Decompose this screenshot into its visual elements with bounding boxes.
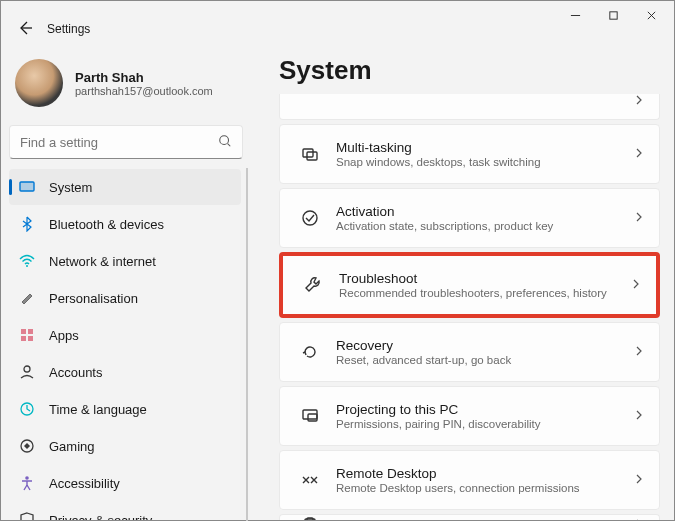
sidebar-item-label: Gaming [49,439,95,454]
card-clipboard[interactable]: Clipboard [279,514,660,520]
sidebar-item-label: Accessibility [49,476,120,491]
chevron-right-icon [633,147,645,162]
remote-icon [294,470,326,490]
wifi-icon [19,253,35,269]
svg-point-5 [220,135,229,144]
apps-icon [19,327,35,343]
sidebar: Parth Shah parthshah157@outlook.com Syst… [1,45,251,520]
chevron-right-icon [630,278,642,293]
back-button[interactable] [17,20,33,39]
sidebar-item-network[interactable]: Network & internet [9,243,241,279]
chevron-right-icon [633,518,645,520]
profile-email: parthshah157@outlook.com [75,85,213,97]
paint-icon [19,290,35,306]
search-input[interactable] [20,135,218,150]
card-title: Troubleshoot [339,271,630,286]
card-troubleshoot[interactable]: Troubleshoot Recommended troubleshooters… [279,252,660,318]
sidebar-item-label: Network & internet [49,254,156,269]
sidebar-item-accessibility[interactable]: Accessibility [9,465,241,501]
card-subtitle: Activation state, subscriptions, product… [336,220,633,232]
sidebar-item-label: Bluetooth & devices [49,217,164,232]
sidebar-scrollbar[interactable] [246,168,248,520]
sidebar-item-accounts[interactable]: Accounts [9,354,241,390]
card-projecting[interactable]: Projecting to this PC Permissions, pairi… [279,386,660,446]
svg-point-9 [26,265,28,267]
card-text: Activation Activation state, subscriptio… [326,204,633,232]
svg-rect-19 [303,149,313,157]
svg-rect-11 [28,329,33,334]
svg-rect-23 [308,414,317,421]
card-nearby-sharing[interactable]: Discoverability, received files location [279,94,660,120]
card-activation[interactable]: Activation Activation state, subscriptio… [279,188,660,248]
card-subtitle: Permissions, pairing PIN, discoverabilit… [336,418,633,430]
card-multitasking[interactable]: Multi-tasking Snap windows, desktops, ta… [279,124,660,184]
card-subtitle: Reset, advanced start-up, go back [336,354,633,366]
main: System Discoverability, received files l… [251,45,674,520]
card-subtitle: Recommended troubleshooters, preferences… [339,287,630,299]
svg-point-21 [303,211,317,225]
sidebar-item-label: Apps [49,328,79,343]
accessibility-icon [19,475,35,491]
card-title: Projecting to this PC [336,402,633,417]
svg-rect-13 [28,336,33,341]
avatar [15,59,63,107]
sidebar-item-label: Accounts [49,365,102,380]
card-remote-desktop[interactable]: Remote Desktop Remote Desktop users, con… [279,450,660,510]
nav: System Bluetooth & devices Network & int… [9,169,243,520]
body: Parth Shah parthshah157@outlook.com Syst… [1,45,674,520]
search-icon [218,134,232,151]
gaming-icon [19,438,35,454]
projecting-icon [294,406,326,426]
accounts-icon [19,364,35,380]
sidebar-item-apps[interactable]: Apps [9,317,241,353]
svg-point-14 [24,366,30,372]
system-icon [19,179,35,195]
sidebar-item-label: Privacy & security [49,513,152,521]
shield-icon [19,512,35,520]
sidebar-item-privacy[interactable]: Privacy & security [9,502,241,520]
chevron-right-icon [633,211,645,226]
svg-rect-10 [21,329,26,334]
profile-name: Parth Shah [75,70,213,85]
card-text: Troubleshoot Recommended troubleshooters… [329,271,630,299]
chevron-right-icon [633,94,645,109]
sidebar-item-bluetooth[interactable]: Bluetooth & devices [9,206,241,242]
svg-rect-12 [21,336,26,341]
svg-point-17 [25,476,29,480]
settings-window: Settings Parth Shah parthshah157@outlook… [0,0,675,521]
multitask-icon [294,144,326,164]
sidebar-item-system[interactable]: System [9,169,241,205]
sidebar-item-label: System [49,180,92,195]
recovery-icon [294,342,326,362]
card-title: Clipboard [336,518,633,520]
card-text: Projecting to this PC Permissions, pairi… [326,402,633,430]
svg-line-6 [228,143,231,146]
card-recovery[interactable]: Recovery Reset, advanced start-up, go ba… [279,322,660,382]
card-subtitle: Snap windows, desktops, task switching [336,156,633,168]
card-text: Recovery Reset, advanced start-up, go ba… [326,338,633,366]
chevron-right-icon [633,345,645,360]
activation-icon [294,208,326,228]
search-box[interactable] [9,125,243,159]
page-title: System [279,55,660,86]
sidebar-item-label: Time & language [49,402,147,417]
chevron-right-icon [633,473,645,488]
profile-text: Parth Shah parthshah157@outlook.com [75,70,213,97]
sidebar-item-label: Personalisation [49,291,138,306]
clipboard-icon [294,516,326,521]
card-title: Recovery [336,338,633,353]
card-title: Activation [336,204,633,219]
clock-icon [19,401,35,417]
sidebar-item-gaming[interactable]: Gaming [9,428,241,464]
card-title: Remote Desktop [336,466,633,481]
sidebar-item-personalisation[interactable]: Personalisation [9,280,241,316]
svg-rect-20 [307,152,317,160]
svg-rect-8 [20,182,34,191]
sidebar-item-time[interactable]: Time & language [9,391,241,427]
settings-list: Discoverability, received files location… [279,94,660,520]
header: Settings [1,17,674,41]
chevron-right-icon [633,409,645,424]
profile[interactable]: Parth Shah parthshah157@outlook.com [9,53,243,121]
card-text: Multi-tasking Snap windows, desktops, ta… [326,140,633,168]
card-title: Multi-tasking [336,140,633,155]
